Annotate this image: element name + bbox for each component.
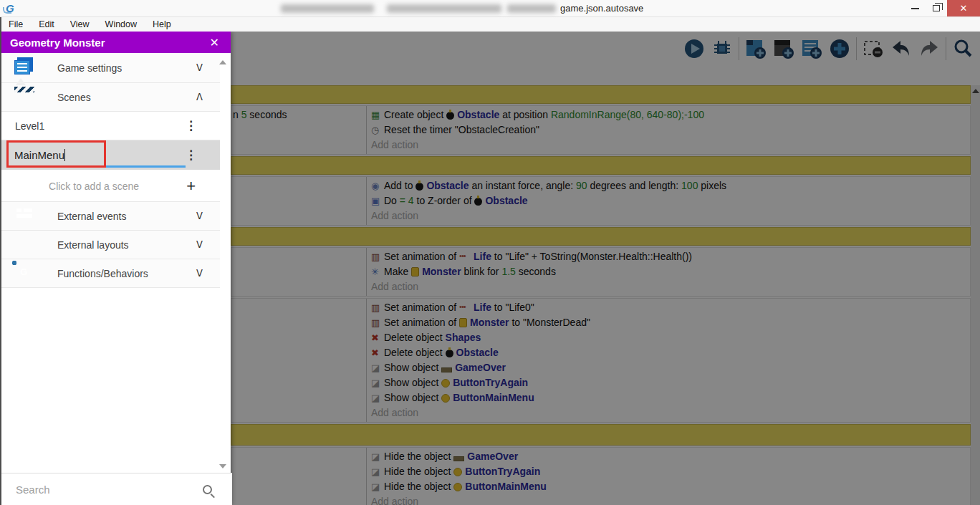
event-comment-bar[interactable] [231, 85, 971, 104]
undo-icon[interactable] [890, 37, 913, 60]
play-button[interactable] [683, 37, 706, 60]
chevron-down-icon[interactable]: ᐯ [196, 268, 203, 279]
sidebar-item-external-events[interactable]: External events ᐯ [1, 202, 220, 231]
event-action-line[interactable]: Hide the object ButtonTryAgain [371, 464, 970, 479]
event-condition-line[interactable]: n 5 seconds [233, 107, 366, 122]
plus-icon[interactable]: + [186, 177, 196, 196]
scene-item-level1[interactable]: Level1 ⋮ [1, 112, 220, 140]
event-action-line[interactable]: Create object Obstacle at position Rando… [371, 107, 970, 122]
event-action-line[interactable]: Delete object Shapes [371, 330, 970, 345]
scene-rename-input[interactable]: MainMenu [14, 149, 64, 161]
add-action-link[interactable]: Add action [371, 138, 970, 153]
text-segment: Obstacle [485, 195, 527, 206]
chevron-down-icon[interactable]: ᐯ [196, 239, 203, 250]
sidebar-item-external-layouts[interactable]: External layouts ᐯ [1, 231, 220, 259]
text-segment: 1.5 [501, 266, 515, 277]
external-layouts-icon [14, 234, 36, 256]
event-action-line[interactable]: Show object GameOver [371, 360, 970, 375]
add-action-link[interactable]: Add action [371, 279, 970, 294]
event-action-line[interactable]: Delete object Obstacle [371, 345, 970, 360]
sidebar-item-game-settings[interactable]: Game settings ᐯ [1, 53, 220, 83]
restore-button[interactable] [926, 0, 947, 16]
add-event-button[interactable] [744, 37, 767, 60]
event-action-line[interactable]: Set animation of Monster to "MonsterDead… [371, 315, 970, 330]
add-action-link[interactable]: Add action [371, 494, 970, 505]
menu-file[interactable]: File [7, 18, 30, 31]
external-events-icon [14, 206, 36, 227]
chevron-up-icon[interactable]: ᐱ [196, 92, 203, 102]
event-action-line[interactable]: Set animation of Life to "Life0" [371, 300, 970, 315]
text-segment: Obstacle [426, 180, 469, 191]
scene-item-rename-row[interactable]: MainMenu ⋮ [1, 140, 220, 170]
events-scrollbar[interactable] [971, 85, 980, 505]
sidebar-item-functions-behaviors[interactable]: Functions/Behaviors ᐯ [1, 259, 220, 288]
add-action-link[interactable]: Add action [371, 208, 970, 223]
search-icon[interactable] [203, 485, 212, 494]
event-action-line[interactable]: Reset the timer "ObstacleCreation" [371, 122, 970, 138]
visibility-icon [371, 479, 384, 494]
close-window-button[interactable]: ✕ [947, 0, 980, 16]
minimize-button[interactable] [904, 0, 926, 16]
scenes-icon [14, 87, 36, 108]
menu-view[interactable]: View [69, 18, 97, 31]
events-toolbar [683, 34, 974, 63]
close-panel-icon[interactable]: ✕ [207, 36, 222, 49]
actions-cell: Hide the object GameOverHide the object … [367, 448, 970, 505]
visibility-icon [371, 360, 384, 375]
add-new-button[interactable] [828, 37, 851, 60]
remove-event-button[interactable] [862, 37, 885, 60]
conditions-cell[interactable] [231, 248, 367, 296]
event-action-line[interactable]: Do = 4 to Z-order of Obstacle [371, 193, 970, 208]
panel-scroll-up-icon[interactable] [219, 60, 226, 64]
scene-name: Level1 [15, 120, 185, 132]
search-input[interactable]: Search [16, 484, 203, 496]
event-action-line[interactable]: Add to Obstacle an instant force, angle:… [371, 178, 970, 193]
conditions-cell[interactable]: n 5 seconds [231, 106, 367, 154]
event-action-line[interactable]: Set animation of Life to "Life" + ToStri… [371, 249, 970, 264]
sidebar-item-scenes[interactable]: Scenes ᐱ [1, 83, 220, 112]
timer-icon [371, 122, 384, 138]
event-action-line[interactable]: Hide the object GameOver [371, 449, 970, 464]
panel-scroll-down-icon[interactable] [219, 464, 226, 468]
text-segment: Show object [384, 377, 441, 388]
toolbar-separator [946, 37, 946, 60]
toolbar-separator [739, 37, 739, 60]
event-action-line[interactable]: Hide the object ButtonMainMenu [371, 479, 970, 494]
chevron-down-icon[interactable]: ᐯ [196, 211, 203, 221]
bomb-icon [415, 183, 423, 191]
text-segment: Hide the object [384, 451, 453, 462]
redo-icon[interactable] [918, 37, 941, 60]
conditions-cell[interactable] [231, 299, 367, 422]
event-action-line[interactable]: Show object ButtonMainMenu [371, 390, 970, 405]
project-manager-panel: Geometry Monster ✕ Game settings ᐯ Scene… [0, 32, 231, 505]
game-settings-icon [14, 57, 36, 79]
visibility-icon [371, 464, 384, 479]
conditions-cell[interactable] [231, 448, 367, 505]
kebab-menu-icon[interactable]: ⋮ [185, 152, 197, 159]
event-action-line[interactable]: Show object ButtonTryAgain [371, 375, 970, 390]
kebab-menu-icon[interactable]: ⋮ [185, 122, 197, 130]
add-scene-row[interactable]: Click to add a scene + [1, 171, 220, 202]
panel-search-bar[interactable]: Search [1, 473, 232, 505]
life-icon [459, 251, 471, 259]
chevron-down-icon[interactable]: ᐯ [196, 62, 203, 73]
event-comment-bar[interactable] [231, 227, 971, 246]
scroll-up-arrow-icon[interactable] [972, 89, 979, 93]
add-sub-event-button[interactable] [772, 37, 795, 60]
search-events-icon[interactable] [951, 37, 974, 60]
debug-icon[interactable] [711, 37, 734, 60]
event-row: Set animation of Life to "Life0"Set anim… [231, 298, 971, 423]
menu-window[interactable]: Window [104, 18, 144, 31]
text-segment: Obstacle [457, 109, 499, 120]
event-comment-bar[interactable] [231, 424, 971, 446]
redacted-title-text [507, 4, 556, 13]
menu-edit[interactable]: Edit [37, 18, 62, 31]
menu-bar: File Edit View Window Help [0, 17, 980, 32]
add-action-link[interactable]: Add action [371, 405, 970, 420]
event-action-line[interactable]: Make Monster blink for 1.5 seconds [371, 264, 970, 279]
event-comment-bar[interactable] [231, 156, 971, 175]
text-segment: blink for [461, 266, 502, 277]
conditions-cell[interactable] [231, 177, 367, 225]
menu-help[interactable]: Help [151, 18, 178, 31]
add-comment-button[interactable] [800, 37, 823, 60]
